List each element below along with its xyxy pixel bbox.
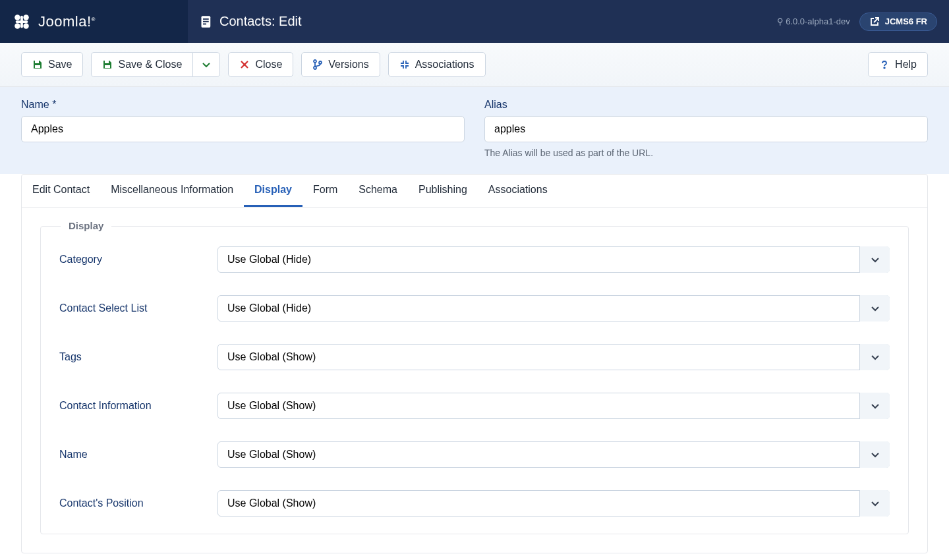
select-contact-select-list[interactable] — [217, 295, 890, 322]
tab-associations[interactable]: Associations — [478, 175, 558, 207]
display-fieldset: Display CategoryContact Select ListTagsC… — [40, 226, 909, 534]
svg-point-2 — [14, 23, 20, 28]
toolbar: Save Save & Close Close Versions Associa… — [0, 43, 949, 87]
row-label: Contact Select List — [59, 302, 217, 314]
form-row: Contact's Position — [59, 490, 890, 517]
select-wrap — [217, 295, 890, 322]
external-link-icon — [869, 16, 880, 27]
svg-rect-13 — [105, 65, 110, 68]
versions-button[interactable]: Versions — [301, 52, 380, 77]
page-title: Contacts: Edit — [219, 14, 302, 29]
form-row: Contact Select List — [59, 295, 890, 322]
main-card: Edit ContactMiscellaneous InformationDis… — [21, 174, 928, 553]
row-label: Tags — [59, 351, 217, 363]
svg-point-1 — [23, 14, 28, 20]
save-dropdown-button[interactable] — [192, 52, 220, 77]
close-button[interactable]: Close — [228, 52, 293, 77]
form-row: Category — [59, 246, 890, 273]
help-icon — [879, 59, 890, 70]
svg-point-0 — [14, 14, 20, 20]
site-name: JCMS6 FR — [885, 16, 927, 26]
alias-input[interactable] — [484, 116, 928, 142]
brand-text: Joomla!® — [38, 13, 96, 30]
svg-rect-7 — [203, 18, 209, 20]
svg-rect-9 — [203, 23, 206, 24]
save-button[interactable]: Save — [21, 52, 83, 77]
select-wrap — [217, 246, 890, 273]
tab-publishing[interactable]: Publishing — [408, 175, 478, 207]
contact-icon — [200, 15, 213, 28]
branch-icon — [312, 59, 323, 70]
save-icon — [32, 59, 43, 70]
row-label: Contact's Position — [59, 497, 217, 509]
svg-point-17 — [884, 67, 885, 69]
tab-edit-contact[interactable]: Edit Contact — [22, 175, 100, 207]
svg-rect-11 — [35, 65, 40, 68]
form-header-fields: Name * Alias The Alias will be used as p… — [0, 87, 949, 174]
name-label: Name * — [21, 99, 465, 111]
associations-button[interactable]: Associations — [388, 52, 486, 77]
alias-help-text: The Alias will be used as part of the UR… — [484, 148, 928, 158]
select-wrap — [217, 344, 890, 370]
select-category[interactable] — [217, 246, 890, 273]
page-title-area: Contacts: Edit — [188, 0, 765, 43]
tab-display[interactable]: Display — [244, 175, 302, 207]
brand-area[interactable]: Joomla!® — [0, 0, 188, 43]
select-name[interactable] — [217, 441, 890, 468]
header: Joomla!® Contacts: Edit ⚲ 6.0.0-alpha1-d… — [0, 0, 949, 43]
svg-rect-5 — [16, 20, 28, 23]
form-row: Contact Information — [59, 393, 890, 419]
alias-label: Alias — [484, 99, 928, 111]
site-link[interactable]: JCMS6 FR — [859, 13, 937, 31]
svg-point-3 — [23, 23, 28, 28]
svg-rect-8 — [203, 20, 209, 22]
row-label: Name — [59, 449, 217, 461]
select-contact-information[interactable] — [217, 393, 890, 419]
help-button[interactable]: Help — [868, 52, 928, 77]
tab-content-display: Display CategoryContact Select ListTagsC… — [22, 208, 927, 553]
tab-miscellaneous-information[interactable]: Miscellaneous Information — [100, 175, 244, 207]
version-icon: ⚲ — [777, 16, 784, 26]
save-close-group: Save & Close — [91, 52, 220, 77]
chevron-down-icon — [201, 59, 212, 70]
tab-schema[interactable]: Schema — [348, 175, 408, 207]
svg-rect-12 — [105, 61, 109, 63]
svg-rect-10 — [35, 61, 39, 63]
form-row: Tags — [59, 344, 890, 370]
select-tags[interactable] — [217, 344, 890, 370]
fieldset-legend: Display — [61, 220, 111, 231]
close-icon — [239, 59, 250, 70]
save-close-button[interactable]: Save & Close — [91, 52, 192, 77]
header-right: ⚲ 6.0.0-alpha1-dev JCMS6 FR — [765, 0, 950, 43]
select-wrap — [217, 490, 890, 517]
contract-icon — [399, 59, 410, 70]
row-label: Contact Information — [59, 400, 217, 412]
version-text: ⚲ 6.0.0-alpha1-dev — [777, 16, 850, 26]
select-wrap — [217, 393, 890, 419]
row-label: Category — [59, 254, 217, 266]
svg-point-16 — [319, 61, 322, 64]
tab-form[interactable]: Form — [302, 175, 348, 207]
save-icon — [102, 59, 113, 70]
form-row: Name — [59, 441, 890, 468]
joomla-logo-icon — [12, 12, 32, 32]
select-contact-s-position[interactable] — [217, 490, 890, 517]
tabs: Edit ContactMiscellaneous InformationDis… — [22, 175, 927, 208]
svg-point-14 — [314, 60, 316, 63]
select-wrap — [217, 441, 890, 468]
name-input[interactable] — [21, 116, 465, 142]
